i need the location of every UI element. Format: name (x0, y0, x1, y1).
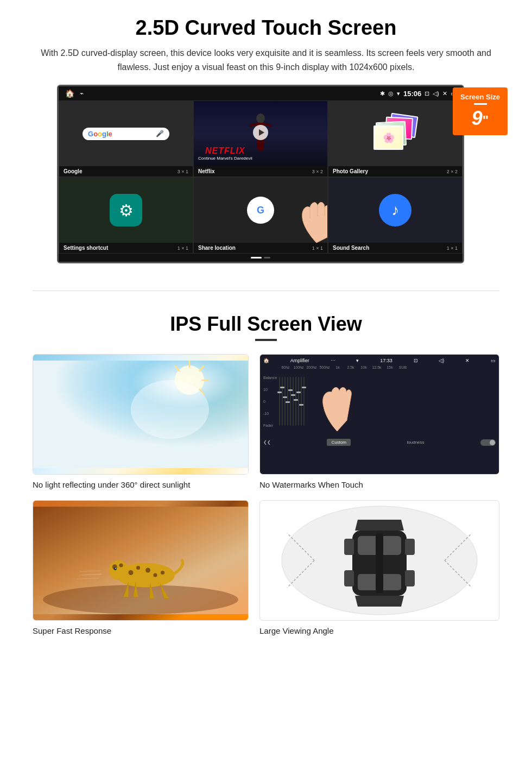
location-icon: ◎ (388, 90, 394, 97)
amp-close-icon[interactable]: ✕ (465, 358, 470, 363)
section-ips: IPS Full Screen View (0, 307, 532, 652)
badge-bar (474, 103, 487, 105)
car-svg (260, 501, 499, 620)
freq-1k: 1k (332, 365, 344, 369)
car-top-view (260, 501, 499, 620)
device-screen: 🏠 ⌁ ✱ ◎ ▾ 15:06 ⊡ ◁) ✕ ▭ (57, 85, 464, 263)
amp-loudness-label: loudness (407, 440, 425, 445)
camera-icon: ⊡ (425, 90, 429, 97)
amplifier-ui: 🏠 Amplifier ⋯ ▾ 17:33 ⊡ ◁) ✕ ▭ 60hz 100h… (260, 355, 499, 474)
slider-1[interactable] (279, 377, 280, 426)
car-image-box (259, 500, 499, 621)
google-mic-icon: 🎤 (156, 130, 164, 137)
section2-underline (255, 339, 277, 341)
slider-6[interactable] (293, 377, 294, 426)
amp-time: 17:33 (380, 358, 392, 363)
freq-12k5: 12.5k (371, 365, 383, 369)
freq-2k5: 2.5k (345, 365, 357, 369)
close-icon[interactable]: ✕ (442, 90, 447, 97)
svg-point-18 (129, 570, 134, 575)
svg-rect-36 (344, 539, 354, 555)
music-note-icon: ♪ (391, 201, 399, 219)
label-balance: Balance (263, 376, 277, 380)
share-icon-wrapper: G (247, 197, 274, 224)
dot-inactive (264, 257, 270, 258)
share-name: Share location (198, 245, 236, 251)
app-cell-google[interactable]: Google 🎤 Google 3 × 1 (59, 100, 193, 177)
cheetah-image (33, 501, 248, 620)
svg-point-21 (153, 573, 157, 577)
app-cell-sound[interactable]: ♪ Sound Search 1 × 1 (328, 177, 463, 254)
app-cell-share[interactable]: G Share location 1 × 1 (193, 177, 328, 254)
freq-200: 200hz (306, 365, 318, 369)
netflix-size: 3 × 2 (312, 169, 323, 174)
loudness-toggle[interactable] (480, 439, 496, 446)
badge-label: Screen Size (460, 93, 500, 101)
status-bar-left: 🏠 ⌁ (65, 89, 84, 98)
time-display: 15:06 (403, 90, 421, 98)
settings-top: ⚙ (59, 178, 193, 243)
watermark-image-box: 🏠 Amplifier ⋯ ▾ 17:33 ⊡ ◁) ✕ ▭ 60hz 100h… (259, 354, 499, 475)
svg-point-16 (43, 585, 238, 614)
sound-size: 1 × 1 (447, 245, 458, 251)
amp-side-labels: Balance 10 0 -10 Fader (263, 371, 277, 431)
wifi-icon: ▾ (397, 90, 400, 97)
sound-top: ♪ (328, 178, 462, 243)
google-search-bar[interactable]: Google 🎤 (83, 128, 169, 140)
app-grid-row1: Google 🎤 Google 3 × 1 (59, 100, 463, 177)
feature-response: Super Fast Response (33, 500, 249, 635)
slider-9[interactable] (301, 377, 302, 426)
feature-grid: No light reflecting under 360° direct su… (33, 354, 499, 635)
slider-5[interactable] (290, 377, 291, 426)
svg-point-22 (161, 571, 164, 575)
music-icon-circle: ♪ (379, 194, 411, 226)
amp-home-icon: 🏠 (263, 358, 269, 363)
netflix-top: NETFLIX Continue Marvel's Daredevil (194, 101, 327, 166)
amp-nav-left[interactable]: ❮❮ (263, 440, 271, 445)
section-curved-screen: 2.5D Curved Touch Screen With 2.5D curve… (0, 0, 532, 274)
usb-icon: ⌁ (80, 90, 84, 97)
sunlight-image (33, 355, 248, 474)
custom-button[interactable]: Custom (327, 439, 351, 446)
netflix-subtitle: Continue Marvel's Daredevil (198, 156, 252, 161)
app-cell-settings[interactable]: ⚙ Settings shortcut 1 × 1 (59, 177, 193, 254)
slider-10[interactable] (303, 377, 305, 426)
amp-wifi-icon: ▾ (356, 358, 359, 363)
google-top: Google 🎤 (59, 101, 193, 166)
svg-rect-38 (344, 570, 354, 586)
freq-labels: 60hz 100hz 200hz 500hz 1k 2.5k 10k 12.5k… (263, 365, 496, 369)
slider-7[interactable] (295, 377, 296, 426)
amp-header: 🏠 Amplifier ⋯ ▾ 17:33 ⊡ ◁) ✕ ▭ (263, 358, 496, 363)
slider-8[interactable] (298, 377, 299, 426)
device-container: Screen Size 9" 🏠 ⌁ ✱ ◎ ▾ 15:06 ⊡ (57, 85, 475, 263)
svg-rect-39 (405, 570, 415, 586)
play-button[interactable] (253, 125, 268, 140)
volume-icon: ◁) (433, 90, 439, 97)
viewing-caption: Large Viewing Angle (259, 626, 499, 635)
app-cell-netflix[interactable]: NETFLIX Continue Marvel's Daredevil Netf… (193, 100, 328, 177)
amp-sliders-container: Balance 10 0 -10 Fader (263, 371, 496, 437)
pagination-dots (59, 254, 463, 262)
app-cell-gallery[interactable]: 🌸 Photo Gallery 2 × 2 (328, 100, 463, 177)
settings-size: 1 × 1 (178, 245, 188, 251)
svg-point-26 (114, 567, 117, 570)
label-fader: Fader (263, 424, 277, 427)
status-bar: 🏠 ⌁ ✱ ◎ ▾ 15:06 ⊡ ◁) ✕ ▭ (59, 86, 463, 100)
netflix-logo: NETFLIX (198, 146, 252, 156)
gallery-label: Photo Gallery 2 × 2 (328, 166, 462, 176)
home-icon[interactable]: 🏠 (65, 89, 74, 98)
settings-label: Settings shortcut 1 × 1 (59, 243, 193, 253)
netflix-name: Netflix (198, 168, 215, 174)
svg-point-1 (256, 113, 265, 123)
bluetooth-icon: ✱ (380, 90, 385, 97)
slider-2[interactable] (282, 377, 283, 426)
hand-svg (289, 194, 328, 248)
label-0: 0 (263, 400, 277, 403)
screen-size-badge: Screen Size 9" (453, 87, 508, 135)
gear-icon: ⚙ (119, 201, 134, 220)
cheetah-svg (33, 501, 248, 620)
section1-title: 2.5D Curved Touch Screen (33, 16, 499, 40)
freq-500: 500hz (319, 365, 331, 369)
slider-4[interactable] (287, 377, 288, 426)
hand-touch-svg (310, 371, 364, 437)
